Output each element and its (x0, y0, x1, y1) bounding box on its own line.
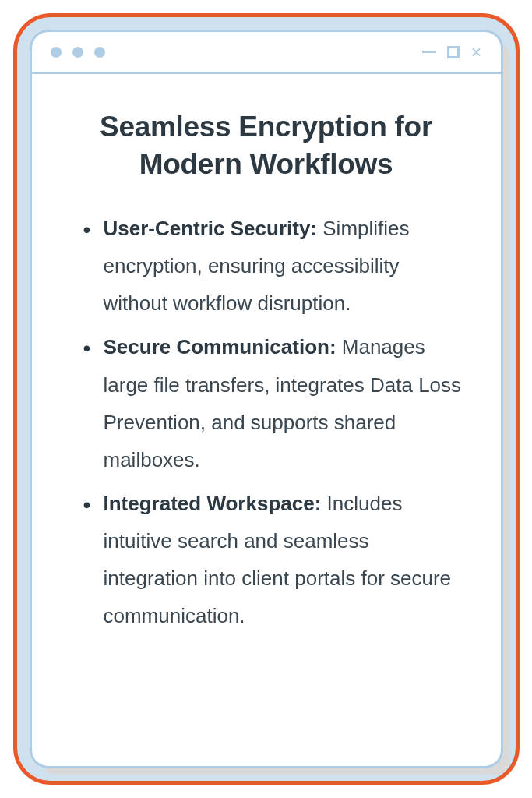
feature-label: Secure Communication: (104, 335, 336, 358)
browser-window: × Seamless Encryption for Modern Workflo… (30, 30, 503, 768)
feature-label: User-Centric Security: (104, 217, 318, 240)
list-item: Integrated Workspace: Includes intuitive… (88, 485, 463, 634)
dot-icon (72, 47, 83, 58)
feature-label: Integrated Workspace: (104, 492, 322, 515)
outer-frame: × Seamless Encryption for Modern Workflo… (13, 13, 520, 785)
close-icon[interactable]: × (470, 43, 481, 62)
content-area: Seamless Encryption for Modern Workflows… (32, 74, 501, 672)
window-controls: × (422, 43, 481, 62)
list-item: User-Centric Security: Simplifies encryp… (88, 210, 463, 322)
maximize-icon[interactable] (447, 46, 460, 58)
page-title: Seamless Encryption for Modern Workflows (69, 108, 463, 183)
feature-list: User-Centric Security: Simplifies encryp… (69, 210, 463, 634)
dot-icon (94, 47, 105, 58)
minimize-icon[interactable] (422, 51, 436, 53)
traffic-lights (51, 47, 105, 58)
dot-icon (51, 47, 62, 58)
titlebar: × (32, 32, 501, 74)
list-item: Secure Communication: Manages large file… (88, 328, 463, 478)
